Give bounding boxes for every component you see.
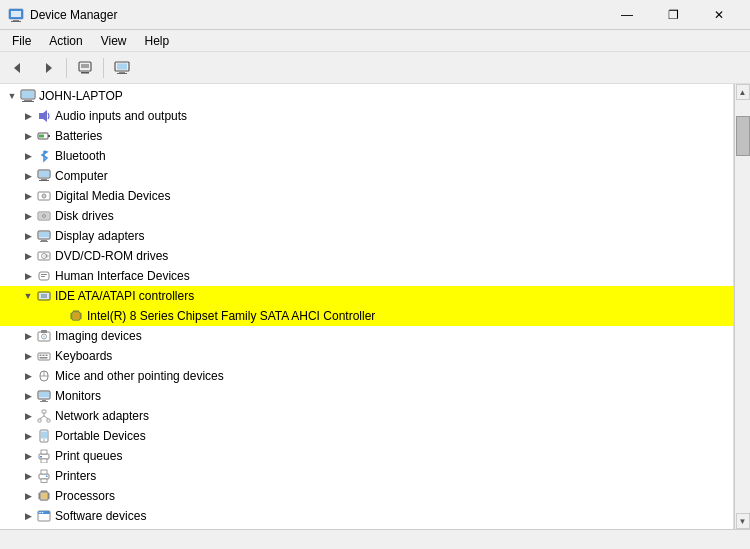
list-item[interactable]: ▶ Audio inputs and outputs — [0, 106, 733, 126]
expand-icon: ▶ — [20, 488, 36, 504]
scroll-down-button[interactable]: ▼ — [736, 513, 750, 529]
svg-rect-12 — [119, 72, 125, 73]
list-item[interactable]: ▶ Display adapters — [0, 226, 733, 246]
expand-icon: ▼ — [20, 288, 36, 304]
list-item[interactable]: ▶ Portable Devices — [0, 426, 733, 446]
title-bar: Device Manager — ❐ ✕ — [0, 0, 750, 30]
list-item[interactable]: ▶ Imaging devices — [0, 326, 733, 346]
back-button[interactable] — [4, 55, 32, 81]
list-item[interactable]: ▶ Sound, video and game controllers — [0, 526, 733, 529]
item-label: Human Interface Devices — [55, 269, 190, 283]
intel-controller-item[interactable]: ▶ Intel(R) 8 Series Chipset Family SATA … — [0, 306, 733, 326]
svg-rect-72 — [39, 392, 49, 398]
computer-button[interactable] — [108, 55, 136, 81]
svg-rect-42 — [41, 274, 47, 275]
keyboard-icon — [36, 348, 52, 364]
expand-icon: ▶ — [20, 208, 36, 224]
ide-controllers-item[interactable]: ▼ IDE ATA/ATAPI controllers — [0, 286, 733, 306]
svg-rect-11 — [117, 63, 127, 69]
item-label: Monitors — [55, 389, 101, 403]
svg-point-106 — [42, 512, 44, 514]
svg-rect-25 — [41, 179, 47, 180]
toolbar-separator-1 — [66, 58, 67, 78]
media-icon — [36, 188, 52, 204]
expand-icon: ▶ — [20, 328, 36, 344]
svg-rect-67 — [40, 357, 48, 359]
svg-rect-24 — [39, 171, 49, 177]
menu-bar: File Action View Help — [0, 30, 750, 52]
svg-point-105 — [39, 512, 41, 514]
svg-line-80 — [44, 416, 49, 419]
dvd-icon — [36, 248, 52, 264]
list-item[interactable]: ▶ Printers — [0, 466, 733, 486]
expand-icon: ▶ — [20, 148, 36, 164]
svg-rect-1 — [11, 11, 21, 17]
list-item[interactable]: ▶ Monitors — [0, 386, 733, 406]
item-label: Bluetooth — [55, 149, 106, 163]
main-area: ▼ JOHN-LAPTOP ▶ Audio inp — [0, 84, 750, 529]
list-item[interactable]: ▶ Human Interface Devices — [0, 266, 733, 286]
svg-rect-86 — [41, 459, 47, 463]
list-item[interactable]: ▶ Digital Media Devices — [0, 186, 733, 206]
list-item[interactable]: ▶ Bluetooth — [0, 146, 733, 166]
svg-rect-82 — [41, 432, 47, 439]
menu-file[interactable]: File — [4, 32, 39, 50]
vertical-scrollbar[interactable]: ▲ ▼ — [734, 84, 750, 529]
svg-rect-13 — [117, 73, 127, 74]
item-label: Network adapters — [55, 409, 149, 423]
menu-help[interactable]: Help — [137, 32, 178, 50]
svg-point-29 — [43, 195, 44, 196]
expand-icon: ▶ — [20, 168, 36, 184]
minimize-button[interactable]: — — [604, 0, 650, 30]
tree-root[interactable]: ▼ JOHN-LAPTOP — [0, 86, 733, 106]
window-title: Device Manager — [30, 8, 117, 22]
list-item[interactable]: ▶ Batteries — [0, 126, 733, 146]
computer-icon — [114, 60, 130, 76]
svg-rect-89 — [41, 470, 47, 474]
svg-rect-26 — [39, 180, 49, 181]
svg-rect-35 — [41, 240, 47, 241]
svg-rect-65 — [43, 355, 45, 357]
svg-marker-5 — [46, 63, 52, 73]
menu-view[interactable]: View — [93, 32, 135, 50]
scroll-thumb[interactable] — [736, 116, 750, 156]
list-item[interactable]: ▶ Keyboards — [0, 346, 733, 366]
item-label: Keyboards — [55, 349, 112, 363]
list-item[interactable]: ▶ Computer — [0, 166, 733, 186]
item-label: Batteries — [55, 129, 102, 143]
ide-icon — [36, 288, 52, 304]
expand-icon: ▶ — [20, 248, 36, 264]
list-item[interactable]: ▶ Mice and other pointing devices — [0, 366, 733, 386]
back-icon — [10, 60, 26, 76]
device-tree[interactable]: ▼ JOHN-LAPTOP ▶ Audio inp — [0, 84, 734, 529]
app-icon — [8, 7, 24, 23]
mouse-icon — [36, 368, 52, 384]
expand-icon: ▶ — [20, 428, 36, 444]
item-label: Audio inputs and outputs — [55, 109, 187, 123]
menu-action[interactable]: Action — [41, 32, 90, 50]
computer-device-icon — [20, 88, 36, 104]
item-label: Digital Media Devices — [55, 189, 170, 203]
close-button[interactable]: ✕ — [696, 0, 742, 30]
list-item[interactable]: ▶ Network adapters — [0, 406, 733, 426]
list-item[interactable]: ▶ Processors — [0, 486, 733, 506]
list-item[interactable]: ▶ Disk drives — [0, 206, 733, 226]
list-item[interactable]: ▶ DVD/CD-ROM drives — [0, 246, 733, 266]
status-bar — [0, 529, 750, 549]
svg-rect-91 — [46, 476, 48, 478]
item-label: Portable Devices — [55, 429, 146, 443]
scroll-up-button[interactable]: ▲ — [736, 84, 750, 100]
expand-icon: ▶ — [20, 448, 36, 464]
print-icon — [36, 448, 52, 464]
expand-icon: ▶ — [20, 348, 36, 364]
item-label: DVD/CD-ROM drives — [55, 249, 168, 263]
svg-rect-17 — [22, 101, 34, 102]
properties-button[interactable] — [71, 55, 99, 81]
root-expand-icon: ▼ — [4, 88, 20, 104]
forward-button[interactable] — [34, 55, 62, 81]
item-label: Printers — [55, 469, 96, 483]
list-item[interactable]: ▶ Software devices — [0, 506, 733, 526]
list-item[interactable]: ▶ Print queues — [0, 446, 733, 466]
toolbar — [0, 52, 750, 84]
maximize-button[interactable]: ❐ — [650, 0, 696, 30]
